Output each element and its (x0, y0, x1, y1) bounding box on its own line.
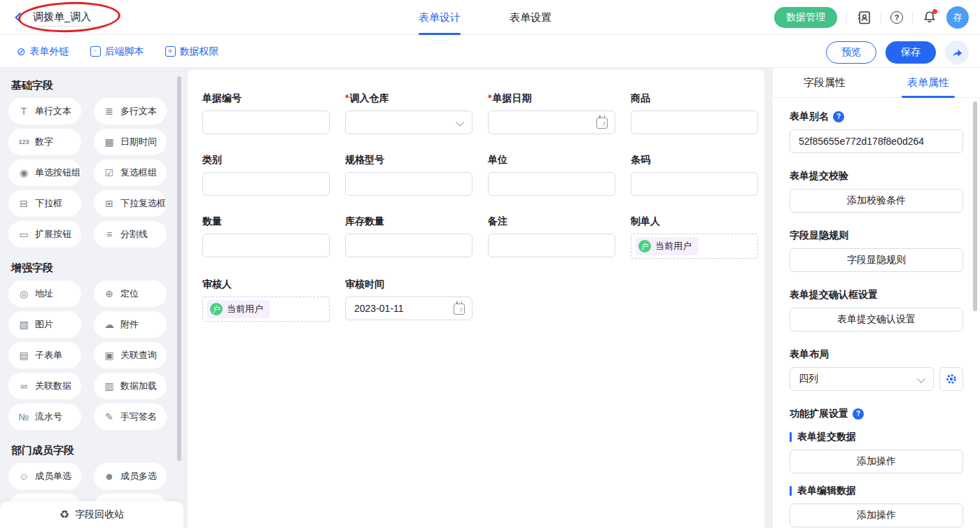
form-field-barcode[interactable]: 条码 (631, 154, 758, 196)
add-validation-button[interactable]: 添加校验条件 (790, 189, 963, 213)
field-pill-image[interactable]: ▧图片 (8, 311, 81, 338)
form-field-creator[interactable]: 制单人 户 当前用户 (631, 215, 758, 259)
form-designer-app: 调拨单_调入 表单设计 表单设置 数据管理 ? (0, 0, 980, 528)
field-pill-select[interactable]: ⊟下拉框 (8, 190, 81, 217)
quantity-input[interactable] (202, 234, 330, 257)
select-icon: ⊟ (18, 199, 30, 208)
help-icon[interactable]: ? (833, 111, 844, 122)
datetime-icon: ▦ (103, 137, 115, 147)
pill-label: 数据加载 (120, 380, 157, 392)
field-pill-serial-number[interactable]: №流水号 (8, 404, 81, 430)
form-field-document-number[interactable]: 单据编号 (202, 92, 330, 134)
backend-script-button[interactable]: ~ 后端脚本 (90, 45, 144, 58)
avatar[interactable]: 存 (946, 6, 969, 29)
field-pill-signature[interactable]: ✎手写签名 (94, 404, 167, 430)
form-field-spec-model[interactable]: 规格型号 (345, 154, 472, 196)
form-field-category[interactable]: 类别 (202, 154, 330, 196)
tab-form-design[interactable]: 表单设计 (419, 0, 461, 35)
submit-data-add-action-button[interactable]: 添加操作 (790, 450, 963, 473)
form-field-product[interactable]: 商品 (631, 92, 758, 134)
save-button[interactable]: 保存 (886, 41, 936, 64)
help-icon[interactable]: ? (853, 408, 864, 420)
data-permission-button[interactable]: ılı 数据权限 (165, 45, 219, 58)
form-field-document-date[interactable]: *单据日期 7 (488, 92, 615, 134)
creator-user-picker[interactable]: 户 当前用户 (631, 234, 758, 259)
field-pill-subform[interactable]: ▤子表单 (8, 342, 81, 369)
signature-icon: ✎ (103, 412, 115, 422)
field-pill-member-multi[interactable]: ☻成员多选 (94, 463, 167, 490)
tab-form-properties[interactable]: 表单属性 (876, 68, 980, 97)
form-alias-input[interactable] (790, 129, 963, 153)
edit-data-add-action-button[interactable]: 添加操作 (790, 504, 963, 527)
field-pill-divider-line[interactable]: ≡分割线 (94, 221, 167, 248)
review-time-input[interactable]: 2023-01-11 7 (345, 297, 472, 320)
field-pill-linked-data[interactable]: ∞关联数据 (8, 373, 81, 399)
reviewer-user-picker[interactable]: 户 当前用户 (202, 297, 330, 322)
back-button[interactable] (13, 11, 25, 24)
calendar-icon: 7 (454, 304, 465, 315)
field-pill-linked-query[interactable]: ▣关联查询 (94, 342, 167, 369)
form-field-unit[interactable]: 单位 (488, 154, 615, 196)
field-pill-extend-button[interactable]: ▭扩展按钮 (8, 221, 81, 248)
field-pill-data-load[interactable]: ▥数据加载 (94, 373, 167, 399)
page-title[interactable]: 调拨单_调入 (30, 9, 94, 27)
contacts-button[interactable] (856, 10, 872, 25)
divider (881, 12, 881, 23)
field-pill-multi-select[interactable]: ⊞下拉复选框 (94, 190, 167, 217)
submit-confirm-button[interactable]: 表单提交确认设置 (790, 308, 963, 331)
field-recycle-bin[interactable]: ♻ 字段回收站 (0, 501, 183, 528)
contacts-icon (856, 10, 872, 25)
form-field-reviewer[interactable]: 审核人 户 当前用户 (202, 278, 330, 322)
current-user-chip: 户 当前用户 (636, 237, 699, 255)
section-title-enhanced-fields: 增强字段 (11, 262, 183, 275)
external-link-button[interactable]: ⊘ 表单外链 (17, 45, 69, 58)
current-user-label: 当前用户 (227, 303, 263, 315)
stock-quantity-input[interactable] (345, 234, 472, 257)
field-pill-single-line-text[interactable]: T单行文本 (8, 98, 81, 124)
field-pill-address[interactable]: ◎地址 (8, 280, 81, 307)
field-pill-datetime[interactable]: ▦日期时间 (94, 129, 167, 155)
barcode-input[interactable] (631, 172, 758, 196)
target-warehouse-select[interactable] (345, 110, 472, 134)
document-date-input[interactable]: 7 (488, 110, 615, 134)
unit-input[interactable] (488, 172, 615, 196)
field-pill-number[interactable]: 123数字 (8, 129, 81, 155)
pill-label: 图片 (35, 318, 53, 331)
tab-field-properties[interactable]: 字段属性 (773, 68, 876, 97)
form-field-quantity[interactable]: 数量 (202, 215, 330, 259)
field-pill-member-single[interactable]: ☺成员单选 (8, 463, 81, 490)
field-pill-locate[interactable]: ⊕定位 (94, 280, 167, 307)
data-permission-icon: ılı (165, 46, 176, 57)
remark-input[interactable] (488, 234, 615, 257)
product-input[interactable] (631, 110, 758, 134)
field-pill-checkbox-group[interactable]: ☑复选框组 (94, 159, 167, 186)
layout-settings-button[interactable] (939, 367, 963, 391)
form-field-remark[interactable]: 备注 (488, 215, 615, 259)
pill-label: 关联数据 (35, 380, 71, 392)
help-button[interactable]: ? (890, 11, 903, 24)
member-multi-icon: ☻ (103, 471, 115, 481)
pill-label: 下拉框 (35, 197, 62, 210)
field-pill-attachment[interactable]: ☁附件 (94, 311, 167, 338)
form-field-target-warehouse[interactable]: *调入仓库 (345, 92, 472, 134)
tab-form-settings[interactable]: 表单设置 (510, 0, 552, 35)
notifications-button[interactable] (922, 10, 937, 25)
preview-button[interactable]: 预览 (826, 41, 876, 64)
field-pill-multi-line-text[interactable]: ≣多行文本 (94, 98, 167, 124)
category-input[interactable] (202, 172, 330, 196)
sidebar-scrollbar[interactable] (177, 76, 181, 461)
form-field-review-time[interactable]: 审核时间 2023-01-11 7 (345, 278, 472, 322)
form-canvas[interactable]: 单据编号 *调入仓库 *单据日期 7 商品 类别 (188, 70, 764, 528)
spec-model-input[interactable] (345, 172, 472, 196)
recycle-bin-label: 字段回收站 (75, 508, 124, 521)
section-title-basic-fields: 基础字段 (11, 79, 183, 92)
field-pill-radio-group[interactable]: ◉单选按钮组 (8, 159, 81, 186)
field-visibility-button[interactable]: 字段显隐规则 (790, 248, 963, 272)
document-number-input[interactable] (202, 110, 330, 134)
member-single-icon: ☺ (18, 471, 30, 481)
form-field-stock-quantity[interactable]: 库存数量 (345, 215, 472, 259)
form-layout-select[interactable]: 四列 (790, 367, 934, 391)
share-button[interactable] (945, 41, 969, 64)
properties-scrollbar[interactable] (973, 101, 977, 311)
data-manage-button[interactable]: 数据管理 (774, 7, 837, 28)
